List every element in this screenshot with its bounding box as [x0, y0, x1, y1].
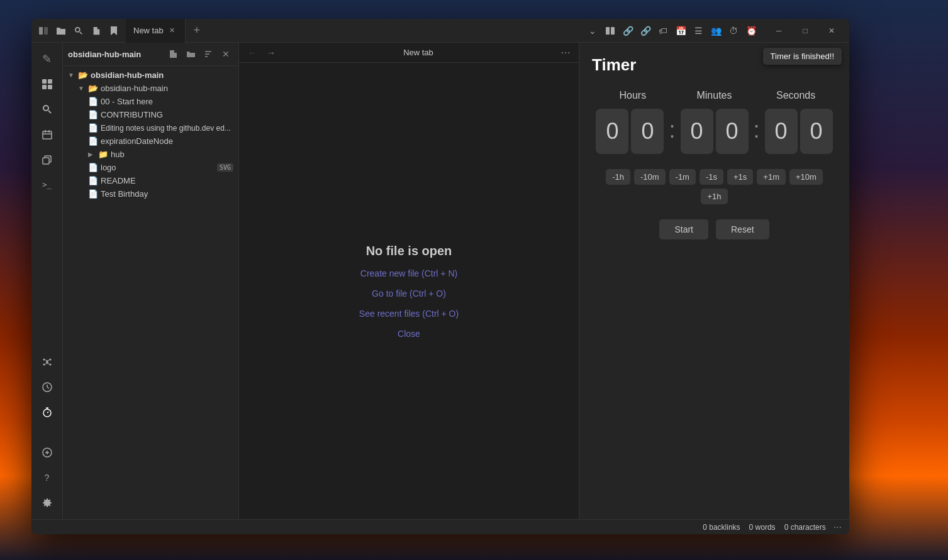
status-more-button[interactable]: ··· — [831, 522, 844, 533]
minus-1s-button[interactable]: -1s — [700, 169, 723, 185]
minus-10m-button[interactable]: -10m — [634, 169, 666, 185]
tab-close-icon[interactable]: ✕ — [167, 26, 177, 36]
tag-icon[interactable]: 🏷 — [655, 23, 671, 38]
activity-copy[interactable] — [36, 148, 59, 171]
start-button[interactable]: Start — [659, 219, 708, 239]
activity-calendar[interactable] — [36, 123, 59, 146]
dropdown-icon[interactable]: ⌄ — [585, 23, 600, 38]
svg-badge: SVG — [217, 163, 233, 172]
activity-search[interactable] — [36, 98, 59, 121]
svg-line-29 — [47, 387, 49, 388]
tree-file-birthday[interactable]: 📄 Test Birthday — [63, 187, 238, 200]
tree-file-editing[interactable]: 📄 Editing notes using the github.dev ed.… — [63, 121, 238, 135]
folder-open-icon2: 📂 — [88, 84, 98, 93]
file-label-expiration: expirationDateNode — [101, 136, 233, 146]
backlinks-status: 0 backlinks — [699, 523, 744, 532]
sidebar-toggle-icon[interactable] — [36, 24, 50, 38]
activity-help[interactable]: ? — [36, 466, 59, 489]
minutes-tens-digit[interactable]: 0 — [681, 109, 713, 154]
plus-1m-button[interactable]: +1m — [757, 169, 786, 185]
minus-1h-button[interactable]: -1h — [606, 169, 630, 185]
forward-button[interactable]: → — [263, 45, 279, 61]
new-folder-action[interactable] — [183, 47, 198, 62]
bookmark-icon[interactable] — [107, 24, 121, 38]
create-new-file-link[interactable]: Create new file (Ctrl + N) — [360, 268, 457, 278]
folder-icon-hub: 📁 — [98, 150, 108, 159]
timer-main-controls: Start Reset — [592, 219, 837, 239]
tree-folder-hub[interactable]: ▶ 📁 hub — [63, 148, 238, 161]
tree-subfolder[interactable]: ▼ 📂 obsidian-hub-main — [63, 82, 238, 95]
hours-tens-digit[interactable]: 0 — [596, 109, 628, 154]
sort-action[interactable] — [201, 47, 216, 62]
plus-1h-button[interactable]: +1h — [701, 189, 727, 204]
hours-ones-digit[interactable]: 0 — [631, 109, 664, 154]
file-label-contributing: CONTRIBUTING — [101, 110, 233, 119]
file-label-logo: logo — [101, 163, 215, 172]
tab-area: New tab ✕ + — [126, 19, 585, 43]
activity-graph[interactable] — [36, 351, 59, 373]
tree-file-expiration[interactable]: 📄 expirationDateNode — [63, 135, 238, 148]
tree-file-00[interactable]: 📄 00 - Start here — [63, 95, 238, 108]
list-icon[interactable]: ☰ — [691, 23, 706, 38]
file-tree: ▼ 📂 obsidian-hub-main ▼ 📂 obsidian-hub-m… — [63, 66, 238, 519]
activity-files[interactable] — [36, 73, 59, 96]
words-status: 0 words — [745, 523, 779, 532]
reset-button[interactable]: Reset — [716, 219, 769, 239]
layout-icon[interactable] — [603, 23, 618, 38]
calendar-toolbar-icon[interactable]: 📅 — [673, 23, 688, 38]
search-bar-icon[interactable] — [72, 24, 86, 38]
activity-timer[interactable] — [36, 401, 59, 424]
stopwatch-icon[interactable]: ⏱ — [726, 23, 741, 38]
no-file-title: No file is open — [366, 244, 452, 258]
see-recent-files-link[interactable]: See recent files (Ctrl + O) — [359, 309, 459, 319]
close-sidebar-action[interactable]: ✕ — [218, 47, 233, 62]
sidebar-header: obsidian-hub-main ✕ — [63, 43, 238, 66]
subfolder-label: obsidian-hub-main — [101, 84, 233, 93]
seconds-ones-digit[interactable]: 0 — [800, 109, 833, 154]
svg-line-33 — [47, 412, 48, 413]
plus-1s-button[interactable]: +1s — [727, 169, 753, 185]
new-note-action[interactable] — [165, 47, 181, 62]
new-tab-button[interactable]: + — [188, 22, 206, 40]
activity-clock[interactable] — [36, 376, 59, 398]
new-file-icon[interactable] — [89, 24, 103, 38]
svg-rect-1 — [44, 27, 48, 35]
timer-controls: -1h -10m -1m -1s +1s +1m +10m +1h — [592, 169, 837, 204]
maximize-button[interactable]: □ — [793, 22, 818, 40]
plus-10m-button[interactable]: +10m — [789, 169, 823, 185]
seconds-label: Seconds — [758, 90, 834, 101]
svg-rect-7 — [48, 79, 52, 84]
users-icon[interactable]: 👥 — [708, 23, 723, 38]
alarm-icon[interactable]: ⏰ — [744, 23, 759, 38]
tree-file-readme[interactable]: 📄 README — [63, 174, 238, 187]
file-icon-editing: 📄 — [88, 123, 98, 133]
back-button[interactable]: ← — [244, 45, 260, 61]
folder-open-icon: 📂 — [78, 70, 88, 80]
nav-more-button[interactable]: ⋯ — [557, 45, 574, 61]
tab-label: New tab — [133, 26, 164, 35]
title-bar-right: ⌄ 🔗 🔗 🏷 📅 ☰ 👥 ⏱ ⏰ ─ □ ✕ — [585, 22, 844, 40]
window-controls: ─ □ ✕ — [766, 22, 844, 40]
timer-panel: Timer is finished!! Timer Hours Minutes … — [579, 43, 849, 519]
minutes-label: Minutes — [676, 90, 752, 101]
link2-icon[interactable]: 🔗 — [638, 23, 653, 38]
close-link[interactable]: Close — [398, 329, 420, 339]
minimize-button[interactable]: ─ — [766, 22, 791, 40]
activity-publish[interactable] — [36, 441, 59, 464]
file-label-00: 00 - Start here — [101, 97, 233, 106]
go-to-file-link[interactable]: Go to file (Ctrl + O) — [372, 288, 446, 299]
activity-new-note[interactable]: ✎ — [36, 48, 59, 70]
tree-root-folder[interactable]: ▼ 📂 obsidian-hub-main — [63, 69, 238, 82]
activity-terminal[interactable]: >_ — [36, 173, 59, 196]
activity-settings[interactable] — [36, 491, 59, 514]
link-icon[interactable]: 🔗 — [620, 23, 635, 38]
minus-1m-button[interactable]: -1m — [669, 169, 696, 185]
minutes-ones-digit[interactable]: 0 — [716, 109, 749, 154]
root-folder-label: obsidian-hub-main — [91, 70, 233, 80]
tree-file-contributing[interactable]: 📄 CONTRIBUTING — [63, 108, 238, 121]
tree-file-logo[interactable]: 📄 logo SVG — [63, 161, 238, 174]
folder-icon[interactable] — [54, 24, 68, 38]
close-button[interactable]: ✕ — [819, 22, 844, 40]
new-tab[interactable]: New tab ✕ — [126, 19, 186, 43]
seconds-tens-digit[interactable]: 0 — [765, 109, 798, 154]
